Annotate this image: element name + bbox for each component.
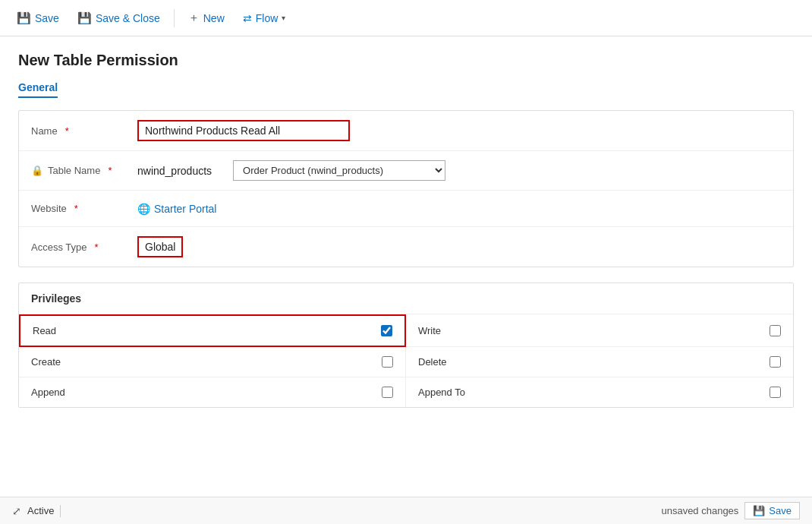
privileges-title: Privileges [19, 283, 793, 314]
globe-icon: 🌐 [137, 203, 150, 215]
flow-icon: ⇄ [243, 12, 252, 24]
status-left: ⤢ Active [12, 505, 61, 517]
expand-icon[interactable]: ⤢ [12, 505, 21, 517]
append-label: Append [31, 387, 382, 398]
new-label: New [203, 12, 225, 24]
toolbar: 💾 Save 💾 Save & Close ＋ New ⇄ Flow ▾ [0, 0, 812, 36]
flow-button[interactable]: ⇄ Flow ▾ [235, 8, 294, 28]
table-name-text: nwind_products [137, 165, 212, 177]
status-active: Active [27, 505, 54, 516]
website-text: Starter Portal [154, 203, 216, 215]
write-row: Write [406, 314, 793, 347]
read-row: Read [19, 314, 406, 347]
name-input[interactable] [137, 120, 350, 141]
table-dropdown[interactable]: Order Product (nwind_products) [233, 160, 445, 181]
general-form-panel: Name * 🔒 Table Name * nwind_products Ord… [18, 110, 794, 267]
append-checkbox[interactable] [382, 387, 393, 398]
privileges-panel: Privileges Read Write Create Delete [18, 283, 794, 408]
save-button[interactable]: 💾 Save [9, 8, 67, 29]
lock-icon: 🔒 [31, 165, 43, 176]
new-icon: ＋ [188, 11, 200, 25]
table-name-value: nwind_products Order Product (nwind_prod… [137, 160, 781, 181]
website-label: Website * [31, 203, 137, 214]
save-close-label: Save & Close [96, 12, 160, 24]
required-star-table: * [108, 165, 112, 176]
name-row: Name * [19, 111, 793, 151]
append-to-row: Append To [406, 377, 793, 407]
required-star-access: * [94, 241, 98, 253]
access-type-value: Global [137, 236, 781, 257]
read-label: Read [33, 325, 381, 336]
name-label: Name * [31, 125, 137, 137]
table-name-label: 🔒 Table Name * [31, 165, 137, 176]
section-general-header: General [18, 81, 58, 98]
name-value [137, 120, 781, 141]
table-name-row: 🔒 Table Name * nwind_products Order Prod… [19, 151, 793, 191]
page-title: New Table Permission [18, 52, 794, 69]
read-checkbox[interactable] [381, 325, 392, 336]
flow-label: Flow [256, 12, 279, 24]
delete-checkbox[interactable] [770, 356, 781, 368]
new-button[interactable]: ＋ New [181, 7, 232, 29]
save-close-icon: 💾 [77, 11, 92, 25]
separator-1 [174, 9, 175, 27]
chevron-down-icon: ▾ [282, 14, 285, 22]
access-type-label: Access Type * [31, 241, 137, 253]
access-type-row: Access Type * Global [19, 227, 793, 267]
delete-label: Delete [418, 356, 770, 368]
privileges-grid: Read Write Create Delete Append [19, 314, 793, 407]
status-right: unsaved changes 💾 Save [661, 502, 800, 519]
status-separator [60, 505, 61, 517]
create-row: Create [19, 347, 406, 377]
create-checkbox[interactable] [382, 356, 393, 368]
append-to-label: Append To [418, 387, 770, 398]
delete-row: Delete [406, 347, 793, 377]
main-content: New Table Permission General Name * 🔒 Ta… [0, 36, 812, 497]
append-to-checkbox[interactable] [770, 387, 781, 398]
save-close-button[interactable]: 💾 Save & Close [70, 8, 168, 29]
append-row: Append [19, 377, 406, 407]
write-checkbox[interactable] [770, 325, 781, 336]
create-label: Create [31, 356, 382, 368]
website-link[interactable]: 🌐 Starter Portal [137, 203, 216, 215]
required-star-website: * [74, 203, 78, 214]
save-label: Save [35, 12, 59, 24]
required-star-name: * [65, 125, 69, 137]
write-label: Write [418, 325, 770, 336]
save-status-icon: 💾 [753, 505, 765, 516]
status-bar: ⤢ Active unsaved changes 💾 Save [0, 497, 812, 524]
save-status-label: Save [769, 505, 792, 516]
website-value: 🌐 Starter Portal [137, 203, 781, 215]
access-type-box: Global [137, 236, 183, 257]
unsaved-text: unsaved changes [661, 505, 738, 516]
website-row: Website * 🌐 Starter Portal [19, 191, 793, 227]
save-icon: 💾 [17, 11, 31, 25]
save-status-button[interactable]: 💾 Save [744, 502, 800, 519]
